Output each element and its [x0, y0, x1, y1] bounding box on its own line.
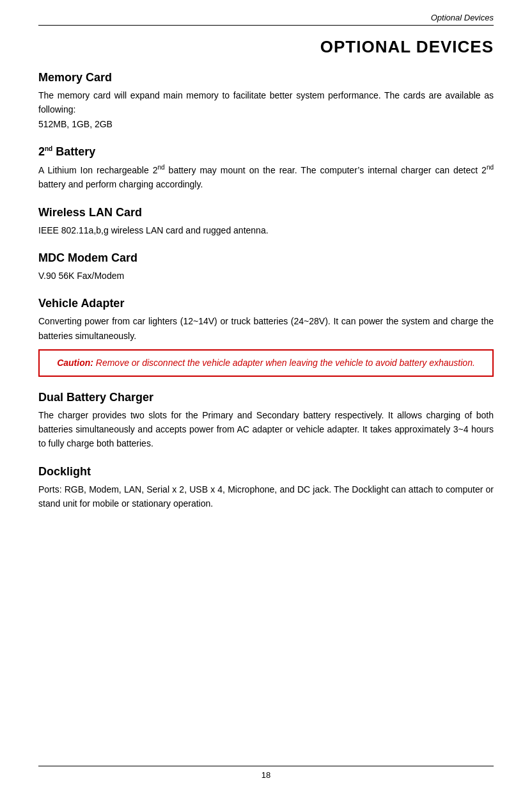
- section-body-wireless-lan: IEEE 802.11a,b,g wireless LAN card and r…: [38, 223, 494, 237]
- battery-body-1: A Lithium Ion rechargeable 2: [38, 165, 158, 175]
- section-heading-second-battery: 2nd Battery: [38, 145, 494, 159]
- section-body-mdc-modem: V.90 56K Fax/Modem: [38, 269, 494, 283]
- header: Optional Devices: [38, 13, 494, 26]
- section-wireless-lan: Wireless LAN Card IEEE 802.11a,b,g wirel…: [38, 206, 494, 237]
- section-memory-card: Memory Card The memory card will expand …: [38, 71, 494, 131]
- section-heading-wireless-lan: Wireless LAN Card: [38, 206, 494, 219]
- caution-text: Remove or disconnect the vehicle adapter…: [93, 358, 475, 368]
- section-heading-docklight: Docklight: [38, 465, 494, 479]
- caution-box: Caution: Remove or disconnect the vehicl…: [38, 349, 494, 376]
- section-body-memory-card: The memory card will expand main memory …: [38, 88, 494, 131]
- page-number: 18: [262, 770, 270, 780]
- section-body-vehicle-adapter: Converting power from car lighters (12~1…: [38, 314, 494, 343]
- heading-sup: nd: [45, 145, 52, 152]
- heading-pre: 2: [38, 145, 45, 158]
- section-body-docklight: Ports: RGB, Modem, LAN, Serial x 2, USB …: [38, 482, 494, 511]
- page-main-title: OPTIONAL DEVICES: [38, 37, 494, 57]
- section-body-second-battery: A Lithium Ion rechargeable 2nd battery m…: [38, 162, 494, 191]
- battery-sup1: nd: [158, 164, 165, 171]
- vehicle-adapter-body: Converting power from car lighters (12~1…: [38, 316, 494, 340]
- section-heading-mdc-modem: MDC Modem Card: [38, 251, 494, 265]
- battery-sup2: nd: [487, 164, 494, 171]
- memory-card-sizes: 512MB, 1GB, 2GB: [38, 119, 113, 129]
- memory-card-body-text: The memory card will expand main memory …: [38, 90, 494, 115]
- section-heading-vehicle-adapter: Vehicle Adapter: [38, 297, 494, 310]
- section-vehicle-adapter: Vehicle Adapter Converting power from ca…: [38, 297, 494, 376]
- section-docklight: Docklight Ports: RGB, Modem, LAN, Serial…: [38, 465, 494, 511]
- battery-body-2: battery may mount on the rear. The compu…: [165, 165, 487, 175]
- section-mdc-modem: MDC Modem Card V.90 56K Fax/Modem: [38, 251, 494, 283]
- section-heading-memory-card: Memory Card: [38, 71, 494, 84]
- header-title: Optional Devices: [431, 13, 494, 22]
- section-second-battery: 2nd Battery A Lithium Ion rechargeable 2…: [38, 145, 494, 191]
- heading-post: Battery: [52, 145, 95, 158]
- caution-label: Caution:: [57, 358, 93, 368]
- battery-body-3: battery and perform charging accordingly…: [38, 179, 203, 189]
- section-heading-dual-battery-charger: Dual Battery Charger: [38, 391, 494, 404]
- footer: 18: [38, 766, 494, 780]
- section-body-dual-battery-charger: The charger provides two slots for the P…: [38, 408, 494, 451]
- page: Optional Devices OPTIONAL DEVICES Memory…: [0, 0, 532, 799]
- section-dual-battery-charger: Dual Battery Charger The charger provide…: [38, 391, 494, 451]
